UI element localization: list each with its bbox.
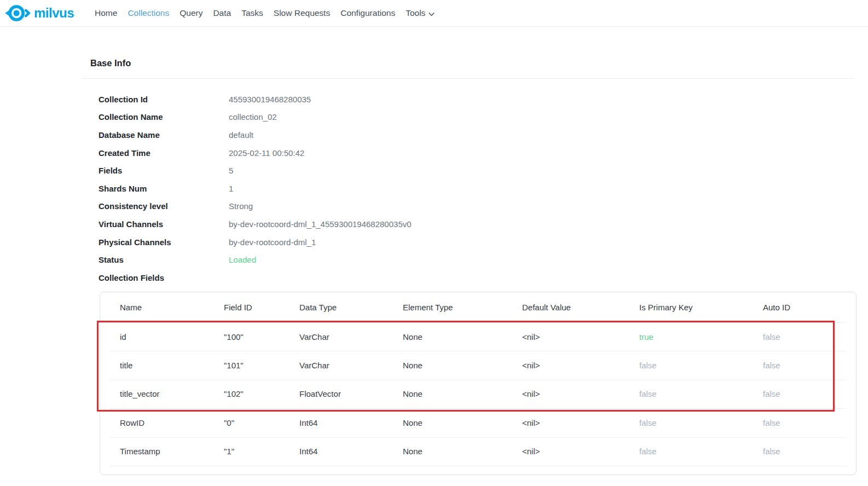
top-navbar: milvus HomeCollectionsQueryDataTasksSlow…: [0, 0, 868, 27]
collection-fields-card: NameField IDData TypeElement TypeDefault…: [100, 292, 857, 475]
info-label: Database Name: [99, 130, 229, 140]
cell-is-primary-key: false: [639, 418, 763, 427]
info-row: Created Time2025-02-11 00:50:42: [99, 144, 591, 162]
cell-default-value: <nil>: [522, 332, 639, 342]
info-row: Collection Fields: [99, 269, 591, 287]
info-row: Consistency levelStrong: [99, 198, 591, 216]
page-title: Base Info: [90, 58, 131, 68]
field-row: title_vector"102"FloatVectorNone<nil>fal…: [100, 380, 856, 408]
cell-data-type: Int64: [299, 418, 403, 427]
nav-item-tasks[interactable]: Tasks: [241, 8, 263, 18]
nav-item-label: Query: [180, 8, 202, 18]
cell-element-type: None: [403, 418, 522, 427]
info-value: Loaded: [229, 255, 256, 264]
cell-data-type: Int64: [299, 447, 403, 456]
cell-name: id: [120, 332, 224, 342]
milvus-logo-icon: [4, 3, 31, 23]
info-value: default: [229, 130, 253, 140]
cell-data-type: FloatVector: [299, 389, 403, 398]
info-row: StatusLoaded: [99, 251, 591, 269]
cell-data-type: VarChar: [299, 361, 403, 370]
cell-default-value: <nil>: [522, 389, 639, 398]
column-header: Name: [120, 303, 224, 312]
cell-field-id: "100": [224, 332, 299, 342]
field-row: title"101"VarCharNone<nil>falsefalse: [100, 351, 856, 379]
cell-element-type: None: [403, 447, 522, 456]
cell-default-value: <nil>: [522, 418, 639, 427]
info-label: Created Time: [99, 148, 229, 158]
cell-is-primary-key: false: [639, 361, 763, 370]
cell-element-type: None: [403, 332, 522, 342]
info-value: collection_02: [229, 112, 277, 121]
info-label: Collection Id: [99, 95, 229, 104]
nav-item-collections[interactable]: Collections: [128, 8, 169, 18]
field-row: Timestamp"1"Int64None<nil>falsefalse: [100, 437, 856, 466]
cell-name: title: [120, 361, 224, 370]
nav-item-label: Home: [95, 8, 117, 18]
nav-item-slow-requests[interactable]: Slow Requests: [274, 8, 330, 18]
nav-item-label: Collections: [128, 8, 169, 18]
base-info-list: Collection Id455930019468280035Collectio…: [99, 90, 591, 287]
info-label: Virtual Channels: [99, 219, 229, 229]
nav-item-label: Tasks: [241, 8, 263, 18]
nav-item-tools[interactable]: Tools: [406, 8, 436, 18]
chevron-down-icon: [427, 10, 436, 18]
nav-item-home[interactable]: Home: [95, 8, 117, 18]
column-header: Is Primary Key: [639, 303, 763, 312]
cell-is-primary-key: false: [639, 389, 763, 398]
column-header: Auto ID: [763, 303, 856, 312]
nav-item-label: Data: [213, 8, 231, 18]
cell-default-value: <nil>: [522, 447, 639, 456]
nav-item-label: Slow Requests: [274, 8, 330, 18]
field-row: RowID"0"Int64None<nil>falsefalse: [100, 408, 856, 437]
cell-name: Timestamp: [120, 447, 224, 456]
info-row: Fields5: [99, 161, 591, 180]
cell-name: title_vector: [120, 389, 224, 398]
cell-field-id: "102": [224, 389, 299, 398]
info-value: Strong: [229, 201, 253, 211]
info-row: Shards Num1: [99, 180, 591, 198]
cell-is-primary-key: true: [639, 332, 763, 342]
cell-auto-id: false: [763, 447, 856, 456]
info-label: Collection Name: [99, 112, 229, 121]
milvus-brand[interactable]: milvus: [4, 3, 74, 23]
cell-field-id: "0": [224, 418, 299, 427]
brand-wordmark: milvus: [34, 7, 74, 20]
column-header: Default Value: [522, 303, 639, 312]
cell-data-type: VarChar: [299, 332, 403, 342]
fields-table-header: NameField IDData TypeElement TypeDefault…: [100, 292, 856, 322]
info-value: by-dev-rootcoord-dml_1_45593001946828003…: [229, 219, 412, 229]
nav-item-data[interactable]: Data: [213, 8, 231, 18]
info-label: Fields: [99, 166, 229, 175]
cell-default-value: <nil>: [522, 361, 639, 370]
info-label: Collection Fields: [99, 273, 229, 282]
nav-items: HomeCollectionsQueryDataTasksSlow Reques…: [95, 8, 436, 18]
field-row: id"100"VarCharNone<nil>truefalse: [100, 322, 856, 351]
info-row: Collection Id455930019468280035: [99, 90, 591, 108]
info-value: 5: [229, 166, 233, 175]
nav-item-query[interactable]: Query: [180, 8, 202, 18]
cell-auto-id: false: [763, 361, 856, 370]
column-header: Element Type: [403, 303, 522, 312]
title-divider: [82, 78, 854, 79]
info-label: Shards Num: [99, 184, 229, 193]
info-row: Collection Namecollection_02: [99, 108, 591, 126]
cell-name: RowID: [120, 418, 224, 427]
nav-item-label: Configurations: [340, 8, 395, 18]
info-label: Consistency level: [99, 201, 229, 211]
fields-table-body: id"100"VarCharNone<nil>truefalsetitle"10…: [100, 322, 856, 466]
info-label: Status: [99, 255, 229, 264]
info-row: Virtual Channelsby-dev-rootcoord-dml_1_4…: [99, 215, 591, 233]
column-header: Field ID: [224, 303, 299, 312]
info-value: by-dev-rootcoord-dml_1: [229, 238, 316, 247]
column-header: Data Type: [299, 303, 403, 312]
info-value: 1: [229, 184, 233, 193]
cell-is-primary-key: false: [639, 447, 763, 456]
nav-item-configurations[interactable]: Configurations: [340, 8, 395, 18]
info-value: 2025-02-11 00:50:42: [229, 148, 304, 158]
cell-element-type: None: [403, 389, 522, 398]
info-value: 455930019468280035: [229, 95, 311, 104]
cell-element-type: None: [403, 361, 522, 370]
cell-auto-id: false: [763, 418, 856, 427]
cell-field-id: "1": [224, 447, 299, 456]
